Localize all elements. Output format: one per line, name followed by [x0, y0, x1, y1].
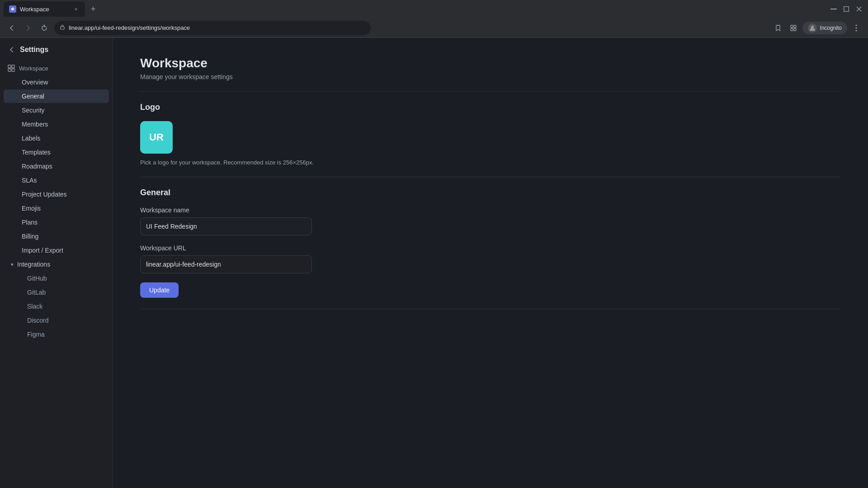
window-controls [828, 4, 864, 14]
svg-rect-15 [12, 65, 14, 68]
workspace-icon [7, 64, 15, 72]
page-header: Workspace Manage your workspace settings [140, 56, 841, 80]
workspace-section: Workspace Overview General Security Memb… [0, 58, 113, 345]
svg-rect-9 [794, 28, 796, 31]
new-tab-button[interactable]: + [87, 3, 99, 15]
logo-section-title: Logo [140, 103, 841, 112]
page-title: Workspace [140, 56, 841, 70]
sidebar-item-slas[interactable]: SLAs [4, 174, 109, 187]
sidebar-back-button[interactable] [7, 45, 16, 54]
sidebar-item-gitlab[interactable]: GitLab [4, 286, 109, 299]
workspace-name-group: Workspace name [140, 206, 841, 235]
browser-chrome: Workspace × + [0, 0, 868, 38]
forward-nav-button[interactable] [22, 22, 34, 34]
logo-divider [140, 177, 841, 177]
integrations-chevron-icon: ▾ [11, 262, 14, 267]
sidebar-item-labels[interactable]: Labels [4, 131, 109, 145]
general-divider [140, 309, 841, 309]
sidebar-header: Settings [0, 38, 113, 58]
sidebar-item-overview[interactable]: Overview [4, 75, 109, 89]
sidebar-item-emojis[interactable]: Emojis [4, 202, 109, 215]
toolbar-right: Incognito [772, 22, 863, 34]
sidebar-item-roadmaps[interactable]: Roadmaps [4, 160, 109, 173]
browser-toolbar: linear.app/ui-feed-redesign/settings/wor… [0, 18, 868, 38]
lock-icon [60, 24, 65, 31]
page-subtitle: Manage your workspace settings [140, 73, 841, 80]
menu-button[interactable] [850, 22, 863, 34]
sidebar-item-general[interactable]: General [4, 89, 109, 103]
svg-rect-14 [8, 65, 11, 68]
svg-point-11 [856, 24, 857, 26]
update-button[interactable]: Update [140, 282, 179, 298]
sidebar-item-slack[interactable]: Slack [4, 300, 109, 313]
settings-title: Settings [20, 46, 48, 54]
sidebar-item-billing[interactable]: Billing [4, 230, 109, 243]
sidebar-integrations-header[interactable]: ▾ Integrations [4, 258, 109, 271]
sidebar: Settings Workspace Overview General [0, 38, 113, 488]
main-content: Workspace Manage your workspace settings… [113, 38, 868, 488]
tab-title: Workspace [20, 6, 69, 13]
integrations-label: Integrations [17, 261, 50, 268]
maximize-button[interactable] [841, 4, 852, 14]
address-bar[interactable]: linear.app/ui-feed-redesign/settings/wor… [54, 21, 371, 35]
extensions-icon[interactable] [787, 22, 800, 34]
workspace-section-label: Workspace [19, 65, 48, 72]
workspace-name-input[interactable] [140, 217, 312, 235]
svg-rect-2 [844, 7, 849, 12]
sidebar-item-figma[interactable]: Figma [4, 328, 109, 341]
sidebar-item-security[interactable]: Security [4, 103, 109, 117]
browser-titlebar: Workspace × + [0, 0, 868, 18]
tab-close-button[interactable]: × [72, 5, 80, 13]
workspace-url-group: Workspace URL [140, 244, 841, 273]
sidebar-item-plans[interactable]: Plans [4, 216, 109, 229]
browser-tab[interactable]: Workspace × [4, 1, 85, 17]
sidebar-item-project-updates[interactable]: Project Updates [4, 188, 109, 201]
sidebar-item-github[interactable]: GitHub [4, 272, 109, 285]
url-display: linear.app/ui-feed-redesign/settings/wor… [69, 24, 190, 31]
reload-button[interactable] [38, 22, 51, 34]
svg-point-13 [856, 30, 857, 31]
sidebar-item-discord[interactable]: Discord [4, 314, 109, 327]
logo-section: Logo UR Pick a logo for your workspace. … [140, 103, 841, 166]
header-divider [140, 91, 841, 92]
logo-preview[interactable]: UR [140, 121, 173, 154]
back-nav-button[interactable] [5, 22, 18, 34]
svg-point-12 [856, 27, 857, 28]
svg-rect-17 [12, 69, 14, 71]
minimize-button[interactable] [828, 4, 839, 14]
svg-rect-8 [791, 28, 793, 31]
tab-favicon [9, 5, 16, 13]
svg-rect-1 [830, 9, 837, 9]
incognito-label: Incognito [820, 25, 842, 31]
sidebar-item-templates[interactable]: Templates [4, 145, 109, 159]
general-section-title: General [140, 188, 841, 197]
svg-rect-7 [794, 25, 796, 28]
app-layout: Settings Workspace Overview General [0, 38, 868, 488]
sidebar-item-import-export[interactable]: Import / Export [4, 244, 109, 257]
logo-hint: Pick a logo for your workspace. Recommen… [140, 159, 841, 166]
incognito-avatar-icon [808, 23, 817, 33]
workspace-url-input[interactable] [140, 255, 312, 273]
general-section: General Workspace name Workspace URL Upd… [140, 188, 841, 298]
svg-rect-5 [61, 27, 64, 29]
svg-rect-6 [791, 25, 793, 28]
workspace-section-header: Workspace [0, 61, 113, 75]
close-button[interactable] [854, 4, 864, 14]
sidebar-item-members[interactable]: Members [4, 117, 109, 131]
incognito-button[interactable]: Incognito [802, 22, 847, 34]
workspace-name-label: Workspace name [140, 206, 841, 214]
bookmark-icon[interactable] [772, 22, 784, 34]
workspace-url-label: Workspace URL [140, 244, 841, 252]
svg-rect-16 [8, 69, 11, 71]
